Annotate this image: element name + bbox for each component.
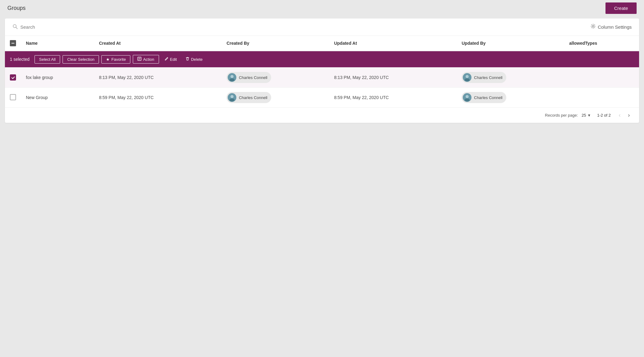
col-header-allowed-types: allowedTypes — [564, 36, 639, 51]
dropdown-arrow-icon: ▼ — [587, 113, 591, 118]
gear-icon — [590, 23, 596, 31]
table-row: New Group 8:59 PM, May 22, 2020 UTC — [5, 88, 639, 108]
selected-count: 1 selected — [10, 57, 30, 62]
data-table: Name Created At Created By Updated At Up… — [5, 36, 639, 107]
row-updated-by: Charles Connell — [457, 88, 564, 108]
avatar — [228, 73, 236, 82]
user-badge: Charles Connell — [226, 92, 271, 103]
row-checkbox-cell[interactable] — [5, 88, 21, 108]
avatar — [228, 93, 236, 102]
action-bar-row: 1 selected Select All Clear Selection ★ … — [5, 51, 639, 68]
indeterminate-checkbox[interactable] — [10, 40, 16, 46]
row-name: fox lake group — [21, 68, 94, 88]
unchecked-checkbox[interactable] — [10, 94, 16, 100]
row-created-at: 8:13 PM, May 22, 2020 UTC — [94, 68, 222, 88]
svg-point-10 — [465, 78, 470, 81]
user-name: Charles Connell — [474, 95, 503, 100]
top-bar: Groups Create — [0, 0, 644, 16]
trash-icon — [185, 57, 190, 62]
user-badge: Charles Connell — [462, 92, 506, 103]
row-allowed-types — [564, 68, 639, 88]
column-settings-button[interactable]: Column Settings — [590, 23, 632, 31]
svg-point-7 — [230, 78, 234, 81]
row-name: New Group — [21, 88, 94, 108]
user-name: Charles Connell — [474, 75, 503, 80]
row-created-at: 8:59 PM, May 22, 2020 UTC — [94, 88, 222, 108]
per-page-value: 25 — [582, 113, 586, 118]
row-updated-at: 8:13 PM, May 22, 2020 UTC — [329, 68, 457, 88]
svg-point-15 — [466, 95, 469, 98]
svg-point-16 — [465, 98, 470, 102]
favorite-button[interactable]: ★ Favorite — [101, 55, 130, 64]
col-header-updated-at: Updated At — [329, 36, 457, 51]
star-icon: ★ — [106, 57, 110, 62]
action-icon — [137, 57, 141, 62]
user-name: Charles Connell — [239, 75, 267, 80]
column-settings-label: Column Settings — [598, 24, 632, 30]
records-per-page-label: Records per page: — [545, 113, 578, 118]
row-updated-at: 8:59 PM, May 22, 2020 UTC — [329, 88, 457, 108]
col-header-name: Name — [21, 36, 94, 51]
delete-button[interactable]: Delete — [182, 55, 206, 63]
search-left — [12, 24, 82, 31]
svg-point-13 — [230, 98, 234, 102]
col-header-created-at: Created At — [94, 36, 222, 51]
search-bar: Column Settings — [5, 19, 639, 36]
action-bar-cell: 1 selected Select All Clear Selection ★ … — [5, 51, 639, 68]
header-checkbox-cell[interactable] — [5, 36, 21, 51]
per-page-select[interactable]: 25 ▼ — [582, 113, 591, 118]
table-row: fox lake group 8:13 PM, May 22, 2020 UTC — [5, 68, 639, 88]
search-icon — [12, 24, 18, 31]
row-created-by: Charles Connell — [222, 88, 329, 108]
svg-point-12 — [230, 95, 234, 98]
col-header-created-by: Created By — [222, 36, 329, 51]
svg-point-2 — [592, 25, 594, 27]
row-created-by: Charles Connell — [222, 68, 329, 88]
action-button[interactable]: Action — [133, 55, 159, 64]
user-badge: Charles Connell — [226, 72, 271, 83]
page-range: 1-2 of 2 — [597, 113, 611, 118]
clear-selection-button[interactable]: Clear Selection — [63, 55, 99, 64]
next-page-button[interactable]: › — [626, 111, 632, 119]
svg-point-6 — [230, 75, 234, 78]
row-checkbox-cell[interactable] — [5, 68, 21, 88]
col-header-updated-by: Updated By — [457, 36, 564, 51]
avatar — [463, 73, 471, 82]
svg-point-9 — [466, 75, 469, 78]
user-badge: Charles Connell — [462, 72, 506, 83]
search-input[interactable] — [20, 24, 82, 30]
footer-bar: Records per page: 25 ▼ 1-2 of 2 ‹ › — [5, 107, 639, 123]
checked-checkbox[interactable] — [10, 74, 16, 81]
action-bar-inner: 1 selected Select All Clear Selection ★ … — [5, 51, 639, 67]
edit-button[interactable]: Edit — [161, 55, 180, 63]
main-card: Column Settings Name Created At Created — [5, 19, 639, 123]
prev-page-button[interactable]: ‹ — [617, 111, 622, 119]
edit-icon — [165, 57, 169, 62]
svg-rect-3 — [11, 43, 14, 44]
avatar — [463, 93, 471, 102]
row-updated-by: Charles Connell — [457, 68, 564, 88]
page-title: Groups — [7, 5, 26, 11]
table-wrap: Name Created At Created By Updated At Up… — [5, 36, 639, 107]
user-name: Charles Connell — [239, 95, 267, 100]
row-allowed-types — [564, 88, 639, 108]
svg-line-1 — [16, 27, 17, 29]
table-header-row: Name Created At Created By Updated At Up… — [5, 36, 639, 51]
select-all-button[interactable]: Select All — [35, 55, 60, 64]
create-button[interactable]: Create — [605, 2, 637, 14]
